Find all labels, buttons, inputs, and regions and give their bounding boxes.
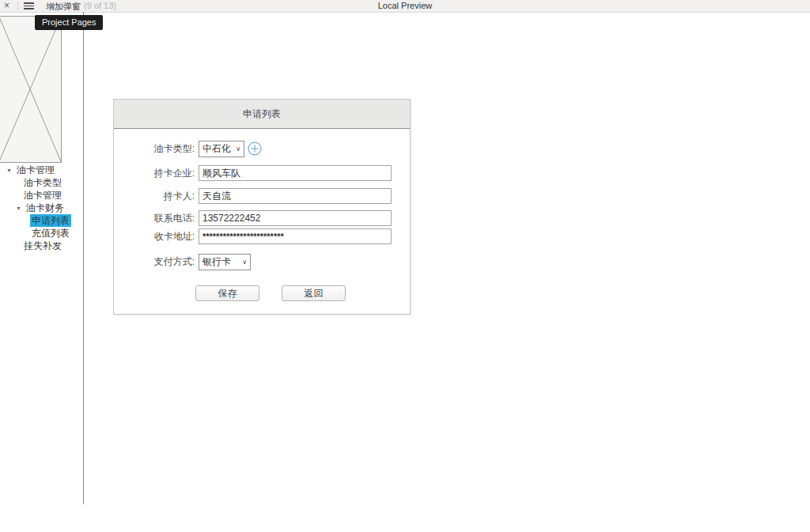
address-input[interactable] [199,228,392,244]
topbar: × 增加弹窗 (9 of 13) Local Preview [0,0,810,13]
card-holder-label: 持卡人: [135,188,195,205]
company-label: 持卡企业: [135,165,195,182]
sidebar-item-fuel-card-management[interactable]: ▼油卡管理 [6,164,56,176]
sidebar-item-fuel-card-finance[interactable]: ▼油卡财务 [16,202,66,214]
project-pages-tooltip: Project Pages [35,15,103,30]
phone-label: 联系电话: [135,210,195,227]
sidebar-item-recharge-list[interactable]: 充值列表 [30,227,71,240]
sidebar-item-loss-reissue[interactable]: 挂失补发 [22,240,63,252]
panel-header: 申请列表 [114,100,410,129]
sidebar-item-fuel-card-type[interactable]: 油卡类型 [22,176,63,189]
back-button[interactable]: 返回 [282,285,346,301]
sidebar-item-fuel-card-management-page[interactable]: 油卡管理 [22,189,63,202]
application-form-panel: 申请列表 油卡类型: 中石化 ∨ 持卡企业: 持卡人: 联系电话: 收卡地址: … [113,99,411,315]
tree-item-label: 申请列表 [30,214,71,227]
sidebar-item-application-list[interactable]: 申请列表 [30,214,71,227]
phone-input[interactable] [199,210,392,226]
tree-item-label: 挂失补发 [22,240,63,252]
preview-title: Local Preview [0,1,810,10]
address-label: 收卡地址: [135,228,195,245]
panel-title: 申请列表 [243,108,281,119]
sidebar-divider [83,12,84,504]
tree-item-label: 充值列表 [30,227,71,240]
tree-item-label: 油卡财务 [25,202,66,214]
tree-item-label: 油卡管理 [15,164,56,176]
company-input[interactable] [199,165,392,181]
local-preview-window: × 增加弹窗 (9 of 13) Local Preview Project P… [0,0,810,532]
tree-expand-icon[interactable]: ▼ [6,164,12,177]
tree-item-label: 油卡管理 [22,189,63,202]
payment-method-select[interactable]: 银行卡 ∨ [199,254,251,270]
tree-expand-icon[interactable]: ▼ [16,202,21,215]
fuel-card-type-select[interactable]: 中石化 ∨ [199,141,244,157]
chevron-down-icon: ∨ [236,141,240,157]
save-button[interactable]: 保存 [195,285,259,301]
chevron-down-icon: ∨ [242,255,247,270]
fuel-card-type-label: 油卡类型: [135,141,195,157]
payment-method-label: 支付方式: [135,254,195,270]
select-value: 银行卡 [202,255,231,270]
select-value: 中石化 [202,141,231,157]
add-icon[interactable] [248,141,262,156]
tree-item-label: 油卡类型 [22,176,63,189]
image-placeholder [0,16,62,163]
card-holder-input[interactable] [199,188,392,204]
